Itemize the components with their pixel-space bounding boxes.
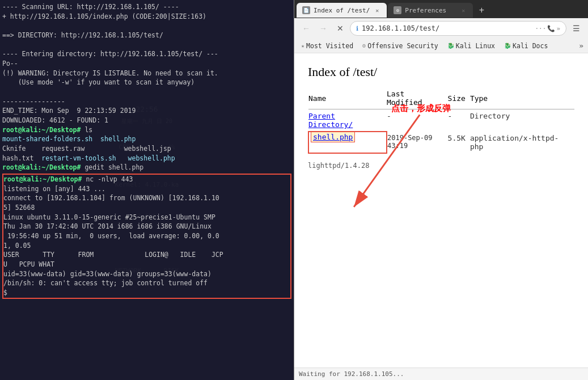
page-title: Index of /test/ xyxy=(308,65,574,79)
shell-php-link[interactable]: shell.php xyxy=(311,132,355,142)
terminal-panel: 22:56 星期一 九月 日 20 CPU 4% Kernel: 4.17.0-… xyxy=(0,0,294,380)
tab-favicon-active: 📄 xyxy=(302,6,310,14)
status-text: Waiting for 192.168.1.105... xyxy=(299,370,404,378)
menu-button[interactable]: ☰ xyxy=(569,21,583,36)
url-actions: ··· 📞 » xyxy=(535,25,561,32)
reload-button[interactable]: ✕ xyxy=(333,21,348,36)
file-name-shell: shell.php xyxy=(308,132,387,153)
tab-preferences[interactable]: ⚙ Preferences ✕ xyxy=(388,3,473,18)
tab-index-of-test[interactable]: 📄 Index of /test/ ✕ xyxy=(297,3,387,18)
bookmark-kali-docs[interactable]: 🐉 Kali Docs xyxy=(502,41,550,51)
terminal-file-1: mount-shared-folders.sh xyxy=(2,135,92,143)
bookmark-star-icon: ★ xyxy=(301,43,304,49)
forward-button[interactable]: → xyxy=(316,21,331,36)
file-type-shell: application/x-httpd-php xyxy=(470,132,574,153)
bookmarks-bar: ★ Most Visited ⚙ Offensive Security 🐉 Ka… xyxy=(294,39,588,53)
url-text: 192.168.1.105/test/ xyxy=(362,24,532,32)
url-bookmark-icon[interactable]: ··· xyxy=(535,25,547,32)
file-size-shell: 5.5K xyxy=(448,132,470,153)
url-phone-icon[interactable]: 📞 xyxy=(547,25,555,32)
col-name: Name xyxy=(308,88,387,109)
col-size: Size xyxy=(448,88,470,109)
table-row-shell: shell.php 2019-Sep-0943:19 5.5K applicat… xyxy=(308,132,574,153)
file-name-parent: Parent Directory/ xyxy=(308,109,387,132)
bookmark-kali-icon: 🐉 xyxy=(447,43,454,49)
tab-close-active[interactable]: ✕ xyxy=(373,6,381,14)
nc-session-box: root@kali:~/Desktop# nc -nlvp 443 listen… xyxy=(2,174,291,299)
url-expand-icon[interactable]: » xyxy=(556,25,560,32)
new-tab-button[interactable]: + xyxy=(474,3,489,18)
file-size-parent: - xyxy=(448,109,470,132)
bookmark-docs-icon: 🐉 xyxy=(504,43,511,49)
file-table: Name Last Modified Size Type Parent Dire… xyxy=(308,88,574,154)
bookmark-kali-linux-label: Kali Linux xyxy=(456,42,495,50)
file-modified-parent: - xyxy=(387,109,448,132)
parent-directory-link[interactable]: Parent Directory/ xyxy=(308,112,353,129)
bookmark-most-visited-label: Most Visited xyxy=(306,42,353,50)
bookmark-kali-linux[interactable]: 🐉 Kali Linux xyxy=(445,41,497,51)
url-bar[interactable]: ℹ 192.168.1.105/test/ ··· 📞 » xyxy=(350,21,566,36)
col-modified: Last Modified xyxy=(387,88,448,109)
terminal-prompt-1: root@kali:~/Desktop# xyxy=(2,126,81,134)
url-info-icon: ℹ xyxy=(356,25,358,32)
bookmark-most-visited[interactable]: ★ Most Visited xyxy=(299,41,356,51)
terminal-content: ---- Scanning URL: http://192.168.1.105/… xyxy=(0,0,294,380)
file-modified-shell: 2019-Sep-0943:19 xyxy=(387,132,448,153)
terminal-file-2: shell.php xyxy=(100,135,136,143)
bookmarks-more-button[interactable]: » xyxy=(579,41,583,50)
tab-favicon-inactive: ⚙ xyxy=(394,6,401,14)
tab-bar: 📄 Index of /test/ ✕ ⚙ Preferences ✕ + xyxy=(294,0,588,18)
browser-content: Index of /test/ Name Last Modified Size … xyxy=(294,53,588,368)
tab-label-inactive: Preferences xyxy=(405,7,456,14)
col-type: Type xyxy=(470,88,574,109)
tab-label-active: Index of /test/ xyxy=(314,7,370,14)
terminal-scan-output: ---- Scanning URL: http://192.168.1.105/… xyxy=(2,2,291,172)
browser-status: Waiting for 192.168.1.105... xyxy=(294,368,588,380)
bookmark-offensive-security-label: Offensive Security xyxy=(367,42,438,50)
bookmark-kali-docs-label: Kali Docs xyxy=(513,42,548,50)
back-button[interactable]: ← xyxy=(299,21,314,36)
lighttpd-footer: lighttpd/1.4.28 xyxy=(308,162,574,170)
tab-close-inactive[interactable]: ✕ xyxy=(459,6,467,14)
nav-bar: ← → ✕ ℹ 192.168.1.105/test/ ··· 📞 » ☰ xyxy=(294,18,588,39)
table-row: Parent Directory/ - - Directory xyxy=(308,109,574,132)
terminal-nc-session: root@kali:~/Desktop# nc -nlvp 443 listen… xyxy=(3,175,290,298)
bookmark-offensive-security[interactable]: ⚙ Offensive Security xyxy=(360,41,441,51)
browser-panel: 📄 Index of /test/ ✕ ⚙ Preferences ✕ + ← … xyxy=(294,0,588,380)
bookmark-gear-icon: ⚙ xyxy=(362,43,366,49)
file-type-parent: Directory xyxy=(470,109,574,132)
